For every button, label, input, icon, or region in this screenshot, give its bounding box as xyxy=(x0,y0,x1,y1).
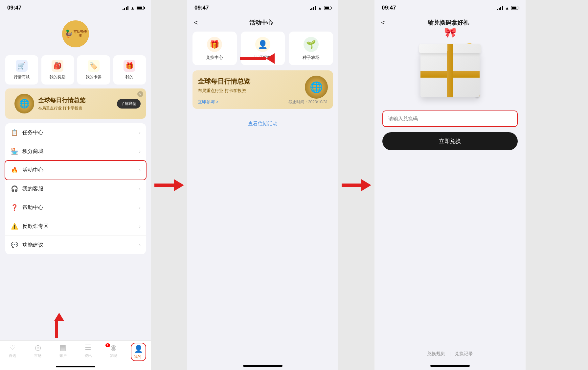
banner-btn[interactable]: 了解详情 xyxy=(117,99,141,109)
menu-item-points[interactable]: 🏪 积分商城 › xyxy=(5,142,146,161)
status-bar-3: 09:47 ▲ xyxy=(374,0,526,14)
gift-image: 🎀 xyxy=(374,32,526,111)
redeem-history-link[interactable]: 兑换记录 xyxy=(455,351,473,357)
quick-card-rewards[interactable]: 🎒 我的奖励 xyxy=(41,55,74,85)
globe-icon: 🌐 xyxy=(14,94,34,113)
quick-card-market[interactable]: 🛒 行情商城 xyxy=(5,55,38,85)
tab-market[interactable]: ◎ 市场 xyxy=(25,343,51,358)
points-label: 积分商城 xyxy=(22,148,139,155)
quick-card-coupons[interactable]: 🏷️ 我的卡券 xyxy=(77,55,110,85)
battery-icon-2 xyxy=(324,6,331,10)
status-bar-2: 09:47 ▲ xyxy=(187,0,338,14)
banner-title: 全球每日行情总览 xyxy=(38,96,117,104)
tab-watchlist[interactable]: ♡ 自选 xyxy=(0,343,25,358)
cat-exchange[interactable]: 🎁 兑换中心 xyxy=(192,32,237,65)
mine-label: 我的 xyxy=(125,74,133,80)
news-icon: ☰ xyxy=(85,343,91,352)
redeem-bottom-links: 兑换规则 | 兑换记录 xyxy=(374,351,526,357)
signal-icon-2 xyxy=(310,6,316,10)
menu-item-help[interactable]: ❓ 帮助中心 › xyxy=(5,198,146,217)
arrow-right-1 xyxy=(154,179,184,191)
arrow-to-exchange xyxy=(240,53,275,64)
tab-news[interactable]: ☰ 资讯 xyxy=(76,343,101,358)
tab-discover[interactable]: ◉ 1 发现 xyxy=(101,343,126,358)
exchange-icon: 🎁 xyxy=(207,37,222,52)
chevron-right-icon-6: › xyxy=(139,224,141,229)
tab-account-label: 账户 xyxy=(59,353,67,358)
tab-mine-label: 我的 xyxy=(134,355,141,358)
tab-account[interactable]: ▤ 账户 xyxy=(50,343,76,358)
menu-item-fraud[interactable]: ⚠️ 反欺诈专区 › xyxy=(5,217,146,236)
redeem-code-input[interactable] xyxy=(388,116,512,121)
quick-cards: 🛒 行情商城 🎒 我的奖励 🏷️ 我的卡券 🎁 我的 xyxy=(0,55,151,85)
avatar[interactable]: 🦆 可达鸭情汪 xyxy=(62,20,89,47)
status-icons-2: ▲ xyxy=(310,6,331,11)
discover-badge: 1 xyxy=(105,343,110,347)
status-icons-3: ▲ xyxy=(497,6,518,11)
tab-watchlist-label: 自选 xyxy=(9,353,16,358)
service-icon: 🎧 xyxy=(11,185,18,193)
status-time-1: 09:47 xyxy=(7,5,21,11)
exchange-label: 兑换中心 xyxy=(206,55,223,61)
cat-farm[interactable]: 🌱 种子农场 xyxy=(289,32,333,65)
menu-item-activity[interactable]: 🔥 活动中心 › xyxy=(5,161,146,180)
status-time-3: 09:47 xyxy=(382,5,396,11)
redeem-input-wrapper[interactable] xyxy=(382,111,518,127)
act-banner-deadline: 截止时间：2023/10/31 xyxy=(288,99,328,105)
avatar-section: 🦆 可达鸭情汪 xyxy=(0,14,151,55)
screen-redeem: 09:47 ▲ < 输兑换码拿好礼 xyxy=(374,0,526,370)
tasks-label: 任务中心 xyxy=(22,129,139,136)
redeem-submit-button[interactable]: 立即兑换 xyxy=(382,132,518,150)
account-icon: ▤ xyxy=(59,343,66,352)
tab-market-label: 市场 xyxy=(34,353,41,358)
points-icon: 🏪 xyxy=(11,147,18,155)
bow-icon: 🎀 xyxy=(444,27,456,38)
fraud-label: 反欺诈专区 xyxy=(22,223,139,230)
nav-header-2: < 活动中心 xyxy=(187,14,338,32)
activity-icon: 🔥 xyxy=(11,166,18,174)
gift-box: 🎀 xyxy=(417,41,483,101)
avatar-label: 🦆 可达鸭情汪 xyxy=(62,20,89,47)
menu-item-tasks[interactable]: 📋 任务中心 › xyxy=(5,123,146,142)
suggestion-icon: 💬 xyxy=(11,241,18,249)
signal-icon-3 xyxy=(497,6,503,10)
page-title-2: 活动中心 xyxy=(199,19,323,27)
menu-item-suggestion[interactable]: 💬 功能建议 › xyxy=(5,236,146,254)
red-left-arrow xyxy=(240,53,275,64)
close-icon[interactable]: ✕ xyxy=(137,91,143,97)
chevron-right-icon-3: › xyxy=(139,167,141,173)
home-indicator-2 xyxy=(243,365,283,367)
arrow-gap-2 xyxy=(338,0,374,370)
fraud-icon: ⚠️ xyxy=(11,222,18,230)
redeem-section: 立即兑换 xyxy=(374,111,526,150)
market-icon: 🛒 xyxy=(16,60,28,72)
home-indicator-3 xyxy=(430,365,470,367)
activity-label: 活动中心 xyxy=(22,167,139,174)
status-time-2: 09:47 xyxy=(194,5,209,11)
view-past-link[interactable]: 查看往期活动 xyxy=(187,114,338,134)
chevron-right-icon-5: › xyxy=(139,205,141,210)
market-tab-icon: ◎ xyxy=(35,343,41,352)
divider: | xyxy=(449,351,451,357)
arrow-gap-1 xyxy=(151,0,187,370)
home-indicator xyxy=(56,366,95,367)
quick-card-mine[interactable]: 🎁 我的 xyxy=(113,55,146,85)
help-icon: ❓ xyxy=(11,204,18,211)
act-banner-link[interactable]: 立即参与 > xyxy=(198,99,218,105)
rewards-label: 我的奖励 xyxy=(50,74,65,80)
screen-my-page: 09:47 ▲ 🦆 可达鸭情汪 🛒 行情商城 🎒 我的奖励 xyxy=(0,0,151,370)
menu-list: 📋 任务中心 › 🏪 积分商城 › 🔥 活动中心 › 🎧 我的客服 › ❓ 帮助… xyxy=(5,123,146,254)
status-icons-1: ▲ xyxy=(123,6,144,11)
back-button-3[interactable]: < xyxy=(380,17,387,28)
wifi-icon-3: ▲ xyxy=(505,6,509,11)
activity-banner[interactable]: 全球每日行情总览 布局重点行业 打卡学投资 立即参与 > 截止时间：2023/1… xyxy=(192,70,333,109)
redeem-rules-link[interactable]: 兑换规则 xyxy=(427,351,445,357)
mine-icon: 🎁 xyxy=(124,60,135,72)
menu-item-service[interactable]: 🎧 我的客服 › xyxy=(5,180,146,198)
tasks-icon: 📋 xyxy=(11,129,18,136)
coupons-icon: 🏷️ xyxy=(88,60,100,72)
tab-mine[interactable]: 👤 我的 xyxy=(126,343,151,360)
back-button-2[interactable]: < xyxy=(192,17,199,28)
tab-discover-label: 发现 xyxy=(110,353,117,358)
banner-1[interactable]: 🌐 全球每日行情总览 布局重点行业 打卡学投资 了解详情 ✕ xyxy=(5,88,146,119)
